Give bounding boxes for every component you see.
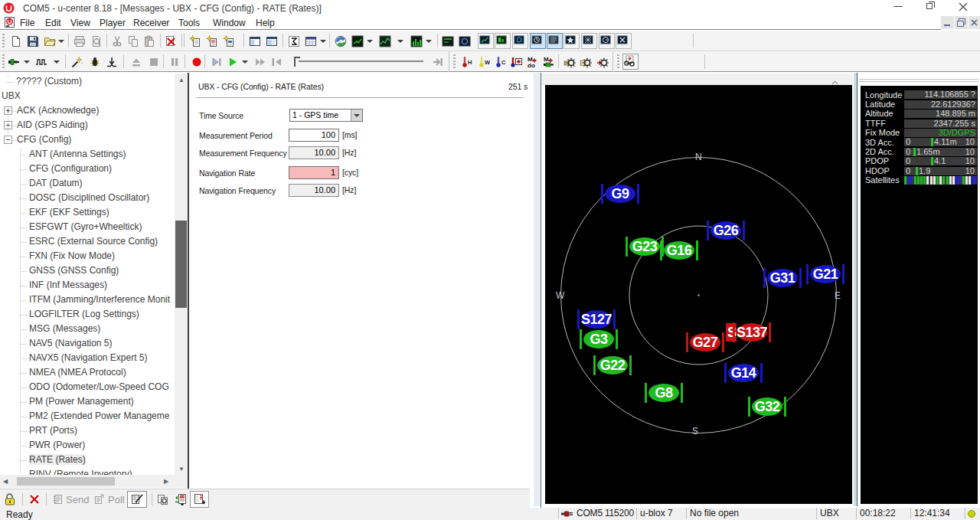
svg-text:H: H: [468, 59, 472, 66]
svg-text:W: W: [485, 59, 490, 66]
svg-text:do: do: [528, 62, 535, 68]
svg-text:C: C: [501, 59, 506, 66]
svg-text:W: W: [556, 290, 565, 301]
svg-text:S: S: [692, 426, 698, 437]
svg-text:M: M: [544, 56, 549, 63]
svg-text:N: N: [695, 152, 702, 162]
svg-text:E: E: [835, 290, 841, 301]
